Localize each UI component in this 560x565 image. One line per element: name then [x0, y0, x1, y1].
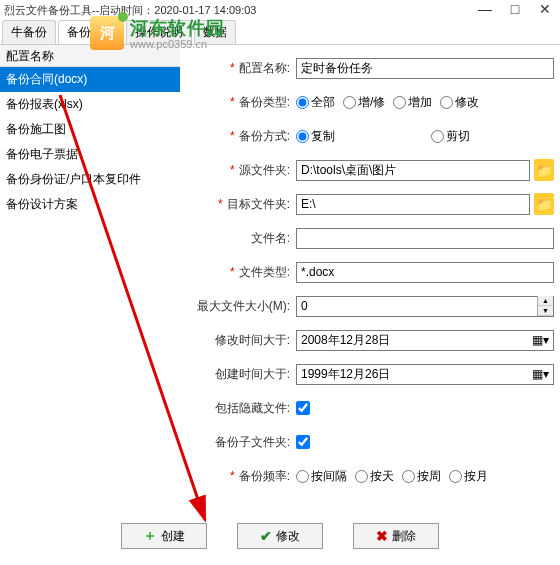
src-folder-input[interactable]	[296, 160, 530, 181]
filetype-input[interactable]	[296, 262, 554, 283]
radio-add[interactable]	[393, 96, 406, 109]
backup-type-group: 全部 增/修 增加 修改	[296, 94, 554, 111]
folder-icon: 📁	[536, 197, 553, 212]
label-hidden: 包括隐藏文件:	[215, 401, 290, 415]
label-filetype: 文件类型:	[239, 265, 290, 279]
create-button[interactable]: ＋创建	[121, 523, 207, 549]
label-freq: 备份频率:	[239, 469, 290, 483]
tab-data[interactable]: 数据	[194, 20, 236, 44]
label-create-after: 创建时间大于:	[215, 367, 290, 381]
include-subfolder-checkbox[interactable]	[296, 435, 310, 449]
plus-icon: ＋	[143, 527, 157, 545]
label-backup-mode: 备份方式:	[239, 129, 290, 143]
radio-all[interactable]	[296, 96, 309, 109]
calendar-icon: ▦▾	[532, 333, 549, 347]
radio-week[interactable]	[402, 470, 415, 483]
radio-copy[interactable]	[296, 130, 309, 143]
maximize-button[interactable]: □	[500, 0, 530, 20]
label-maxsize: 最大文件大小(M):	[197, 299, 290, 313]
button-bar: ＋创建 ✔修改 ✖删除	[0, 515, 560, 549]
label-mod-after: 修改时间大于:	[215, 333, 290, 347]
sidebar-item[interactable]: 备份报表(xlsx)	[0, 92, 180, 117]
radio-month[interactable]	[449, 470, 462, 483]
freq-group: 按间隔 按天 按周 按月	[296, 468, 554, 485]
titlebar: 烈云文件备份工具--启动时间：2020-01-17 14:09:03 — □ ✕	[0, 0, 560, 20]
browse-src-button[interactable]: 📁	[534, 159, 554, 181]
label-backup-type: 备份类型:	[239, 95, 290, 109]
dst-folder-input[interactable]	[296, 194, 530, 215]
sidebar-item[interactable]: 备份施工图	[0, 117, 180, 142]
radio-cut[interactable]	[431, 130, 444, 143]
sidebar-item[interactable]: 备份合同(docx)	[0, 67, 180, 92]
spin-up-icon[interactable]: ▲	[538, 296, 553, 306]
label-filename: 文件名:	[251, 231, 290, 245]
config-sidebar: 配置名称 备份合同(docx) 备份报表(xlsx) 备份施工图 备份电子票据 …	[0, 45, 180, 515]
tab-bar: 牛备份 备份配置 操作说明 数据	[0, 20, 560, 45]
maxsize-spinner[interactable]: 0 ▲▼	[296, 296, 554, 317]
radio-day[interactable]	[355, 470, 368, 483]
calendar-icon: ▦▾	[532, 367, 549, 381]
check-icon: ✔	[260, 528, 272, 544]
sidebar-item[interactable]: 备份设计方案	[0, 192, 180, 217]
create-after-datepicker[interactable]: 1999年12月26日 ▦▾	[296, 364, 554, 385]
browse-dst-button[interactable]: 📁	[534, 193, 554, 215]
tab-backup[interactable]: 牛备份	[2, 20, 56, 44]
config-form: *配置名称: *备份类型: 全部 增/修 增加 修改 *备份方式: 复制 剪切 …	[180, 45, 560, 515]
mod-after-datepicker[interactable]: 2008年12月28日 ▦▾	[296, 330, 554, 351]
sidebar-item[interactable]: 备份电子票据	[0, 142, 180, 167]
x-icon: ✖	[376, 528, 388, 544]
radio-addmod[interactable]	[343, 96, 356, 109]
config-name-input[interactable]	[296, 58, 554, 79]
tab-config[interactable]: 备份配置	[58, 20, 124, 44]
minimize-button[interactable]: —	[470, 0, 500, 20]
label-subfolder: 备份子文件夹:	[215, 435, 290, 449]
radio-mod[interactable]	[440, 96, 453, 109]
spin-down-icon[interactable]: ▼	[538, 306, 553, 316]
window-title: 烈云文件备份工具--启动时间：2020-01-17 14:09:03	[4, 3, 256, 18]
label-src: 源文件夹:	[239, 163, 290, 177]
sidebar-header: 配置名称	[0, 45, 180, 67]
filename-input[interactable]	[296, 228, 554, 249]
backup-mode-group: 复制 剪切	[296, 128, 554, 145]
sidebar-item[interactable]: 备份身份证/户口本复印件	[0, 167, 180, 192]
close-button[interactable]: ✕	[530, 0, 560, 20]
label-dst: 目标文件夹:	[227, 197, 290, 211]
delete-button[interactable]: ✖删除	[353, 523, 439, 549]
include-hidden-checkbox[interactable]	[296, 401, 310, 415]
radio-interval[interactable]	[296, 470, 309, 483]
tab-help[interactable]: 操作说明	[126, 20, 192, 44]
modify-button[interactable]: ✔修改	[237, 523, 323, 549]
label-config-name: 配置名称:	[239, 61, 290, 75]
folder-icon: 📁	[536, 163, 553, 178]
